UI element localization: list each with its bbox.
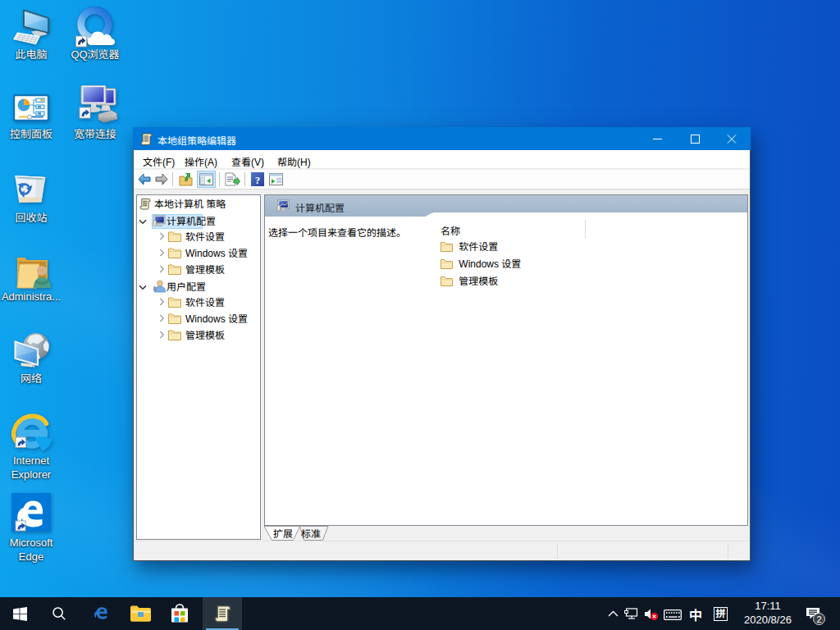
svg-text:标准: 标准 bbox=[301, 528, 321, 540]
svg-text:?: ? bbox=[255, 174, 261, 186]
svg-text:扩展: 扩展 bbox=[273, 528, 293, 540]
